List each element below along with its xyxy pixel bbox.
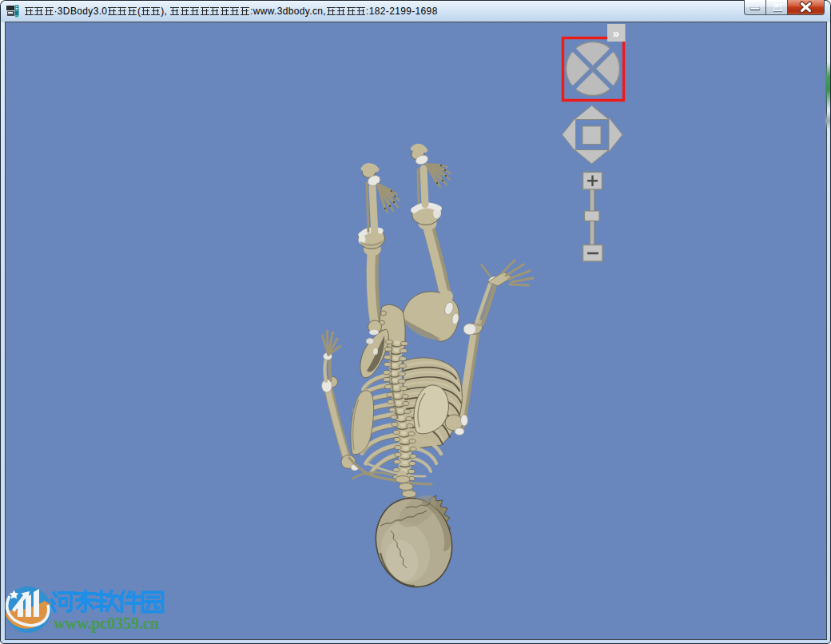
- svg-text:www.pc0359.cn: www.pc0359.cn: [54, 614, 160, 633]
- svg-text:»: »: [613, 26, 619, 40]
